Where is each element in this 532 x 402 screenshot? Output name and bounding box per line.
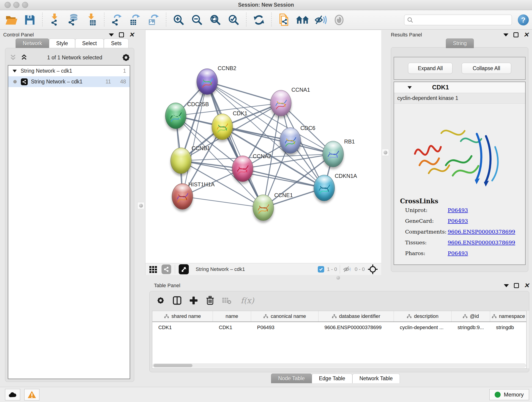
add-column-button[interactable]	[187, 294, 200, 307]
delete-column-button[interactable]	[203, 294, 217, 307]
apply-layout-button[interactable]	[251, 12, 267, 28]
table-cell[interactable]: P06493	[251, 322, 318, 333]
memory-button[interactable]: Memory	[489, 389, 529, 400]
crosslink-link[interactable]: 9606.ENSP00000378699	[448, 240, 515, 245]
grid-mode-icon[interactable]	[149, 265, 158, 274]
table-cell[interactable]: stringdb:9...	[452, 322, 490, 333]
warning-button[interactable]	[24, 389, 39, 400]
hide-unhide-button[interactable]	[312, 12, 329, 28]
tab-network-table[interactable]: Network Table	[352, 374, 400, 383]
table-cell[interactable]: 9606.ENSP00000378699	[318, 322, 394, 333]
table-cell[interactable]: CDK1	[213, 322, 251, 333]
export-network-button[interactable]	[109, 12, 125, 28]
import-table-file-button[interactable]	[83, 12, 100, 28]
tab-network[interactable]: Network	[16, 38, 49, 48]
column-header--id[interactable]: @id	[452, 311, 490, 322]
help-button[interactable]: ?	[518, 14, 529, 26]
string-home-button[interactable]	[294, 12, 311, 28]
tab-select[interactable]: Select	[75, 38, 104, 48]
birdseye-crosshair-icon[interactable]	[367, 264, 378, 274]
tab-style[interactable]: Style	[49, 38, 75, 48]
table-panel-close-icon[interactable]: ✕	[524, 283, 529, 288]
collapse-all-icon[interactable]	[9, 54, 17, 61]
table-horizontal-scrollbar[interactable]	[152, 364, 526, 368]
cloud-button[interactable]	[5, 389, 20, 400]
crosslink-link[interactable]: P06493	[448, 218, 468, 224]
collapse-all-button[interactable]: Collapse All	[462, 63, 511, 74]
network-tree-child-row[interactable]: String Network – cdk1 11 48	[8, 76, 130, 87]
zoom-out-button[interactable]	[189, 12, 205, 28]
results-panel-float-icon[interactable]	[513, 32, 519, 37]
network-node-cdkn1a[interactable]	[314, 175, 335, 201]
selected-checkbox-icon[interactable]	[318, 266, 324, 273]
delete-table-button[interactable]	[220, 294, 233, 307]
left-splitter-handle[interactable]	[138, 202, 144, 209]
open-session-button[interactable]	[3, 12, 20, 28]
crosslink-link[interactable]: 9606.ENSP00000378699	[448, 229, 515, 235]
export-table-button[interactable]	[127, 12, 143, 28]
table-cell[interactable]: stringdb	[490, 322, 526, 333]
table-vertical-scrollbar[interactable]	[526, 311, 529, 369]
tab-node-table[interactable]: Node Table	[271, 374, 312, 383]
table-panel-menu-icon[interactable]	[504, 284, 509, 287]
function-builder-button[interactable]: f(x)	[236, 294, 259, 307]
control-panel-menu-icon[interactable]	[109, 33, 114, 36]
bottom-splitter-handle[interactable]	[336, 276, 340, 280]
show-columns-button[interactable]	[171, 294, 184, 307]
network-node-rb1[interactable]	[323, 141, 344, 167]
expand-all-icon[interactable]	[20, 54, 28, 61]
gear-icon[interactable]	[121, 53, 131, 62]
right-splitter-handle[interactable]	[382, 149, 389, 156]
zoom-in-button[interactable]	[171, 12, 187, 28]
results-panel-close-icon[interactable]: ✕	[524, 32, 529, 37]
tab-string[interactable]: String	[446, 38, 474, 48]
save-session-button[interactable]	[22, 12, 38, 28]
network-canvas[interactable]: CCNB2 CCNA1 CDC25B CDK1 CDC6 RB1CCNB1	[145, 30, 381, 263]
table-panel-float-icon[interactable]	[514, 283, 519, 288]
control-panel-float-icon[interactable]	[119, 32, 124, 37]
results-panel-menu-icon[interactable]	[503, 33, 508, 36]
column-header-canonical-name[interactable]: canonical name	[251, 311, 318, 322]
section-collapse-icon[interactable]	[407, 85, 412, 90]
column-header-shared-name[interactable]: shared name	[152, 311, 213, 322]
network-node-cdk1[interactable]	[212, 114, 233, 140]
control-panel-close-icon[interactable]: ✕	[129, 32, 134, 37]
search-input[interactable]	[413, 17, 509, 23]
network-node-ccne1[interactable]	[253, 195, 274, 221]
search-box[interactable]	[404, 15, 512, 25]
crosslink-row: Uniprot: P06493	[405, 207, 522, 213]
table-tabs: Node TableEdge TableNetwork Table	[271, 374, 400, 383]
network-node-ccnb2[interactable]	[196, 69, 218, 95]
network-node-cdc25b[interactable]	[165, 103, 186, 129]
zoom-selected-button[interactable]	[225, 12, 242, 28]
network-node-ccna1[interactable]	[270, 90, 291, 116]
tab-edge-table[interactable]: Edge Table	[312, 374, 352, 383]
copy-style-button[interactable]	[276, 12, 292, 28]
column-header-database-identifier[interactable]: database identifier	[318, 311, 394, 322]
expand-all-button[interactable]: Expand All	[408, 63, 452, 74]
tree-expand-icon[interactable]	[12, 68, 17, 74]
network-node-cdc6[interactable]	[280, 128, 301, 153]
network-tree-root-row[interactable]: String Network – cdk1 1	[8, 65, 130, 76]
network-node-ccnb1[interactable]	[171, 148, 191, 174]
show-graphics-button[interactable]	[331, 12, 347, 28]
node-table[interactable]: shared namenamecanonical namedatabase id…	[152, 311, 526, 369]
detach-view-icon[interactable]	[179, 264, 189, 274]
export-image-button[interactable]	[145, 12, 162, 28]
column-header-namespace[interactable]: namespace	[490, 311, 526, 322]
table-cell[interactable]: CDK1	[152, 322, 213, 333]
cdk1-section-header[interactable]: CDK1	[394, 82, 525, 93]
scrollbar-thumb[interactable]	[153, 364, 192, 367]
tab-sets[interactable]: Sets	[104, 38, 128, 48]
import-network-file-button[interactable]	[47, 12, 63, 28]
network-node-ccna2[interactable]	[232, 156, 253, 182]
zoom-fit-button[interactable]	[207, 12, 224, 28]
import-network-database-button[interactable]	[65, 12, 82, 28]
network-view-icon[interactable]	[162, 264, 171, 274]
table-cell[interactable]: cyclin-dependent ...	[394, 322, 452, 333]
column-header-name[interactable]: name	[213, 311, 251, 322]
column-header-description[interactable]: description	[394, 311, 452, 322]
crosslink-link[interactable]: P06493	[448, 207, 468, 213]
crosslink-link[interactable]: P06493	[448, 250, 468, 256]
table-settings-button[interactable]	[154, 294, 167, 307]
